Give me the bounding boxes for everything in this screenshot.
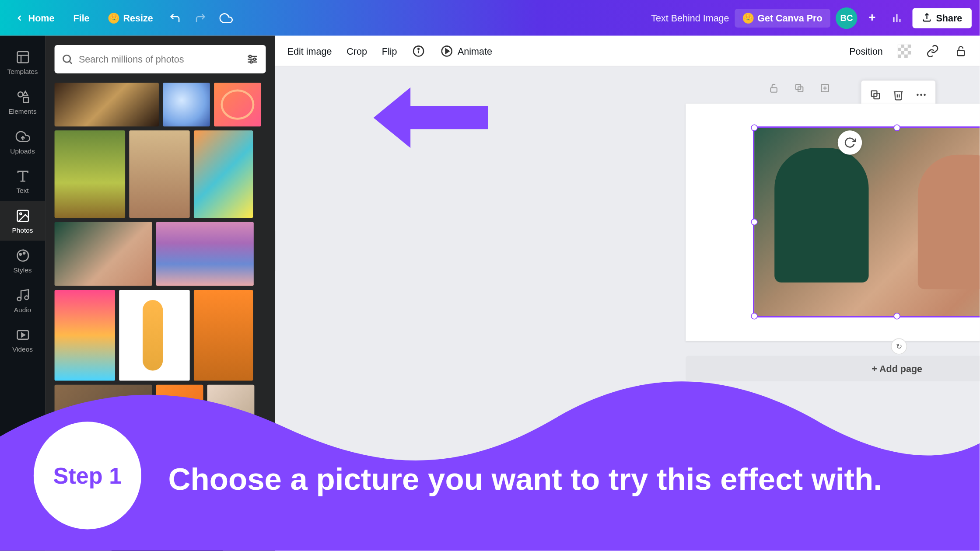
position-button[interactable]: Position [849, 45, 883, 56]
duplicate-button[interactable] [864, 84, 887, 106]
sidebar-item-label: Elements [8, 108, 36, 115]
share-button[interactable]: Share [913, 8, 972, 28]
doc-title[interactable]: Text Behind Image [651, 12, 729, 23]
add-page-icon[interactable] [818, 81, 832, 95]
sidebar-item-audio[interactable]: Audio [0, 280, 45, 320]
filter-icon[interactable] [245, 52, 259, 66]
photo-thumbnail[interactable] [55, 222, 152, 286]
insights-button[interactable] [887, 8, 907, 28]
sync-indicator[interactable]: ↻ [891, 338, 907, 355]
svg-rect-41 [901, 54, 904, 58]
search-field[interactable] [55, 45, 266, 73]
page-actions [767, 81, 832, 95]
redo-button[interactable] [191, 8, 211, 28]
resize-handle[interactable] [751, 125, 757, 131]
svg-point-47 [920, 94, 922, 96]
svg-point-46 [917, 94, 919, 96]
sidebar-item-label: Photos [12, 227, 33, 234]
add-collaborator-button[interactable]: + [863, 8, 882, 27]
sidebar-item-label: Videos [12, 346, 33, 353]
duplicate-page-icon[interactable] [793, 81, 806, 95]
svg-marker-9 [23, 91, 28, 96]
animate-button[interactable]: Animate [440, 44, 492, 58]
resize-label: Resize [123, 12, 153, 23]
elements-icon [14, 89, 31, 105]
sidebar-item-templates[interactable]: Templates [0, 42, 45, 82]
svg-marker-33 [446, 49, 449, 53]
selected-image[interactable] [753, 126, 980, 317]
crown-icon: 👑 [742, 12, 753, 23]
photo-thumbnail[interactable] [55, 83, 159, 126]
photo-thumbnail[interactable] [163, 83, 210, 126]
sidebar-item-photos[interactable]: Photos [0, 201, 45, 241]
top-bar: Home File 👑 Resize Text Behind Image 👑 G… [0, 0, 980, 36]
sidebar-item-label: Audio [14, 306, 31, 314]
svg-line-22 [70, 62, 72, 64]
svg-point-48 [924, 94, 926, 96]
file-button[interactable]: File [66, 8, 96, 27]
step-badge: Step 1 [34, 422, 141, 529]
resize-button[interactable]: 👑 Resize [102, 8, 160, 27]
svg-point-15 [19, 254, 21, 255]
svg-rect-36 [904, 44, 908, 48]
file-label: File [73, 12, 89, 23]
resize-handle[interactable] [751, 219, 757, 225]
photo-thumbnail[interactable] [55, 130, 125, 218]
transparency-icon[interactable] [898, 44, 911, 58]
lock-icon[interactable] [954, 44, 968, 58]
get-pro-button[interactable]: 👑 Get Canva Pro [735, 8, 830, 27]
svg-rect-49 [771, 87, 777, 92]
photos-icon [14, 208, 31, 224]
sidebar-item-elements[interactable]: Elements [0, 82, 45, 122]
avatar[interactable]: BC [836, 7, 857, 28]
undo-button[interactable] [165, 8, 185, 28]
templates-icon [14, 49, 31, 65]
uploads-icon [14, 129, 31, 145]
crop-button[interactable]: Crop [346, 45, 367, 56]
photo-thumbnail[interactable] [194, 130, 253, 218]
sidebar-item-videos[interactable]: Videos [0, 320, 45, 360]
resize-handle[interactable] [751, 313, 757, 319]
svg-point-21 [63, 55, 70, 62]
svg-point-17 [17, 297, 21, 300]
svg-rect-38 [908, 47, 911, 51]
refresh-button[interactable] [838, 130, 862, 154]
svg-point-27 [253, 58, 256, 60]
info-icon[interactable] [412, 44, 425, 58]
svg-point-13 [19, 213, 21, 215]
svg-rect-40 [904, 51, 908, 54]
more-button[interactable] [910, 84, 932, 106]
photo-thumbnail[interactable] [214, 83, 261, 126]
photo-thumbnail[interactable] [129, 130, 189, 218]
sidebar-item-uploads[interactable]: Uploads [0, 122, 45, 161]
design-page[interactable] [686, 104, 980, 341]
audio-icon [14, 287, 31, 303]
styles-icon [14, 248, 31, 264]
sidebar-item-label: Templates [7, 68, 38, 75]
svg-rect-37 [901, 47, 904, 51]
unlock-page-icon[interactable] [767, 81, 780, 95]
home-button[interactable]: Home [8, 8, 61, 27]
cloud-sync-icon[interactable] [216, 8, 236, 28]
flip-button[interactable]: Flip [382, 45, 397, 56]
animate-icon [440, 44, 454, 58]
sidebar-item-label: Text [16, 187, 28, 195]
sidebar-item-styles[interactable]: Styles [0, 241, 45, 281]
photo-thumbnail[interactable] [156, 222, 254, 286]
sidebar-item-text[interactable]: Text [0, 161, 45, 201]
get-pro-label: Get Canva Pro [757, 12, 822, 23]
overlay-text: Choose a picture you want to try this ef… [168, 461, 882, 497]
resize-handle[interactable] [893, 313, 900, 319]
svg-point-16 [23, 252, 24, 254]
search-icon [61, 53, 74, 66]
edit-image-button[interactable]: Edit image [287, 45, 332, 56]
delete-button[interactable] [887, 84, 910, 106]
search-input[interactable] [79, 54, 240, 65]
link-icon[interactable] [926, 44, 939, 58]
svg-rect-35 [898, 44, 901, 48]
text-icon [14, 168, 31, 185]
videos-icon [14, 327, 31, 343]
arrow-annotation [374, 87, 488, 148]
crown-icon: 👑 [108, 12, 119, 23]
resize-handle[interactable] [893, 125, 900, 131]
